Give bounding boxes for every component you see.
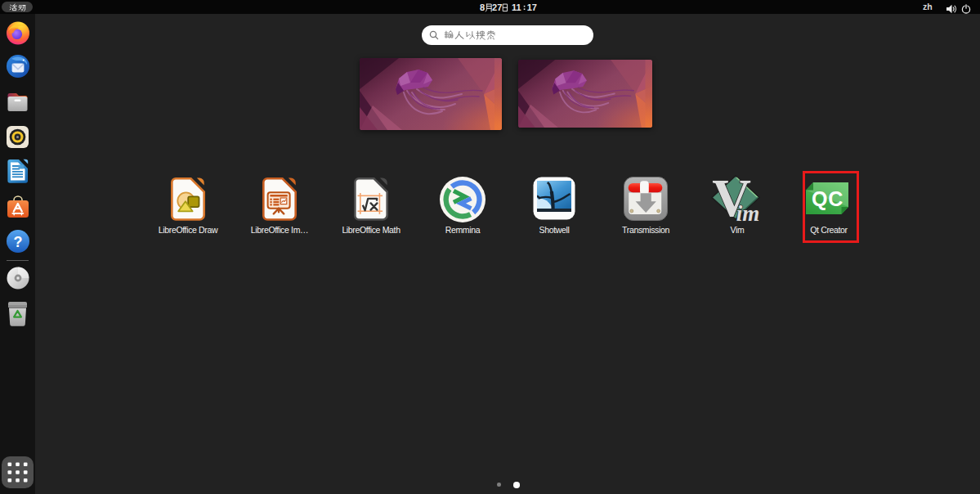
svg-text:?: ? — [13, 234, 22, 250]
svg-text:im: im — [736, 201, 760, 222]
